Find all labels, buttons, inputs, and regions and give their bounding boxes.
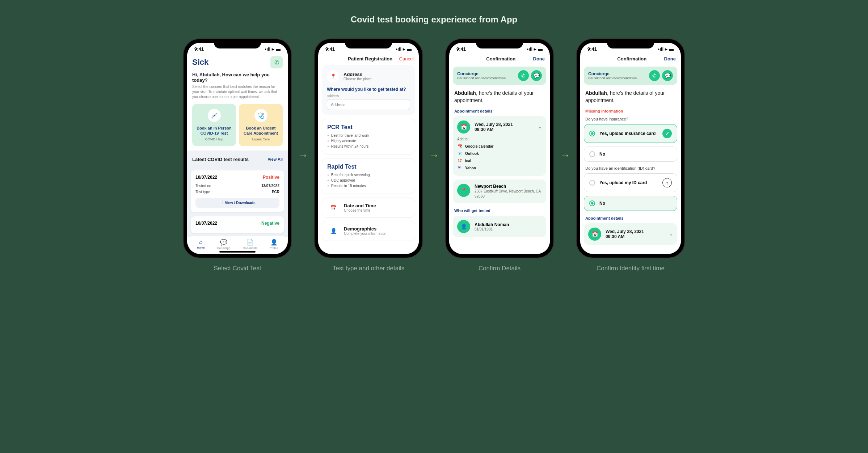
bottom-nav: ⌂Home 💬Concierge 📄Documents 👤Profile	[191, 236, 284, 251]
status-icons: •ıll▸▬	[396, 46, 412, 52]
id-no[interactable]: No	[584, 196, 677, 211]
results-title: Latest COVID test results	[192, 157, 249, 162]
concierge-call-button[interactable]: ✆	[518, 70, 529, 81]
appointment-card[interactable]: 📅 Wed, July 28, 202109:30 AM ⌄	[584, 223, 677, 245]
concierge-bar: ConciergeGet support and recommendation …	[453, 67, 546, 85]
app-logo: Sick	[192, 58, 208, 67]
loc-name: Newport Beach	[475, 184, 542, 189]
insurance-yes[interactable]: Yes, upload insurance card ✓	[584, 124, 677, 143]
pcr-title: PCR Test	[327, 124, 410, 131]
card-title: Book an In Person COVID-19 Test	[196, 126, 232, 136]
syringe-icon: 💉	[208, 109, 221, 122]
id-yes[interactable]: Yes, upload my ID card ↑	[584, 173, 677, 192]
concierge-title: Concierge	[457, 71, 506, 76]
nav-concierge[interactable]: 💬Concierge	[217, 239, 230, 250]
cal-ical[interactable]: 17ical	[457, 157, 542, 164]
result-date: 10/07/2022	[195, 221, 217, 226]
appointment-label: Appointment details	[580, 215, 681, 223]
notch	[214, 39, 261, 48]
caption-3: Confirm Details	[479, 265, 521, 272]
greeting-text: Hi, Abdullah, How can we help you today?	[187, 72, 288, 83]
location-card[interactable]: 📍 Newport Beach2507 Eastbluff Drive, New…	[453, 179, 546, 203]
call-button[interactable]: ✆	[270, 56, 283, 68]
missing-label: Missing information	[580, 107, 681, 116]
concierge-chat-button[interactable]: 💬	[662, 70, 673, 81]
phone-icon: ✆	[274, 59, 279, 66]
nav-profile[interactable]: 👤Profile	[270, 239, 278, 250]
outlook-icon: 📧	[457, 151, 462, 156]
screen-title: Confirmation	[600, 56, 664, 62]
address-field-label: Address	[327, 94, 410, 98]
pcr-bullet: Highly accurate	[327, 138, 410, 144]
arrow-icon: →	[298, 150, 308, 161]
phone-screen-3: 9:41 •ıll▸▬ Confirmation Done ConciergeG…	[449, 43, 550, 254]
results-header: Latest COVID test results View All	[187, 152, 288, 166]
concierge-chat-button[interactable]: 💬	[531, 70, 542, 81]
phone-4-wrap: 9:41 •ıll▸▬ Confirmation Done ConciergeG…	[577, 39, 684, 272]
phone-1-wrap: 9:41 •ıll ▸ ▬ Sick ✆ Hi, Abdullah, How c…	[184, 39, 291, 272]
cal-google[interactable]: 📆Google calendar	[457, 143, 542, 150]
stethoscope-icon: 🩺	[254, 109, 267, 122]
pcr-test-card[interactable]: PCR Test Best for travel and work Highly…	[322, 119, 415, 154]
appointment-card[interactable]: 📅 Wed, July 28, 202109:30 AM ⌄ Add to: 📆…	[453, 116, 546, 176]
card-title: Book an Urgent Care Appointment	[243, 126, 279, 136]
insurance-question: Do you have insurance?	[580, 116, 681, 124]
result-card-2[interactable]: 10/07/2022 Negative	[191, 216, 284, 233]
insurance-no[interactable]: No	[584, 147, 677, 162]
arrow-icon: →	[429, 150, 439, 161]
test-type-value: PCR	[272, 190, 279, 194]
done-button[interactable]: Done	[533, 56, 545, 62]
calendar-icon: 📅	[457, 120, 470, 134]
nav-documents[interactable]: 📄Documents	[243, 239, 257, 250]
status-time: 9:41	[194, 46, 204, 52]
location-icon: 📍	[457, 184, 470, 197]
address-sub: Choose the place	[344, 77, 372, 81]
status-time: 9:41	[587, 46, 597, 52]
cal-outlook[interactable]: 📧Outlook	[457, 150, 542, 157]
done-button[interactable]: Done	[664, 56, 676, 62]
phones-row: 9:41 •ıll ▸ ▬ Sick ✆ Hi, Abdullah, How c…	[22, 39, 846, 272]
caption-2: Test type and other details	[333, 265, 404, 272]
appointment-label: Appointment details	[449, 107, 550, 116]
phone-frame-3: 9:41 •ıll▸▬ Confirmation Done ConciergeG…	[446, 39, 553, 258]
page-title: Covid test booking experience from App	[22, 14, 846, 25]
tested-on-label: Tested on	[195, 184, 211, 188]
screen-3-content: ConciergeGet support and recommendation …	[449, 65, 550, 254]
nav-header: Confirmation Done	[580, 54, 681, 65]
phone-frame-1: 9:41 •ıll ▸ ▬ Sick ✆ Hi, Abdullah, How c…	[184, 39, 291, 258]
demographics-step[interactable]: 👤 DemographicsComplete your information	[322, 221, 415, 241]
appt-date: Wed, July 28, 2021	[606, 229, 644, 234]
notch	[476, 39, 523, 48]
phone-icon: ✆	[652, 73, 657, 79]
book-covid-test-card[interactable]: 💉 Book an In Person COVID-19 Test COVID …	[192, 104, 236, 146]
view-all-link[interactable]: View All	[267, 157, 283, 161]
cal-yahoo[interactable]: Y!Yahoo	[457, 164, 542, 172]
radio-on-icon	[589, 200, 595, 206]
address-input[interactable]	[327, 99, 410, 110]
datetime-step[interactable]: 📅 Date and TimeChoose the time	[322, 198, 415, 218]
phone-screen-1: 9:41 •ıll ▸ ▬ Sick ✆ Hi, Abdullah, How c…	[187, 43, 288, 254]
download-button[interactable]: 📄 View / Downloads	[195, 198, 279, 208]
screen-title: Confirmation	[469, 56, 533, 62]
detail-text: Abdullah, here's the details of your app…	[449, 88, 550, 107]
nav-home[interactable]: ⌂Home	[197, 239, 205, 250]
cancel-button[interactable]: Cancel	[399, 56, 414, 62]
location-icon: 📍	[327, 70, 339, 82]
loc-addr: 2507 Eastbluff Drive, Newport Beach, CA …	[475, 189, 542, 199]
result-card[interactable]: 10/07/2022 Positive Tested on13/07/2022 …	[191, 170, 284, 212]
book-urgent-care-card[interactable]: 🩺 Book an Urgent Care Appointment Urgent…	[239, 104, 283, 146]
who-label: Who will get tested	[449, 207, 550, 216]
rapid-bullet: Best for quick screening	[327, 172, 410, 178]
concierge-call-button[interactable]: ✆	[649, 70, 660, 81]
rapid-title: Rapid Test	[327, 164, 410, 170]
radio-on-icon	[589, 131, 595, 136]
rapid-test-card[interactable]: Rapid Test Best for quick screening CDC …	[322, 158, 415, 194]
person-card[interactable]: 👤 Abdullah Noman01/01/1901	[453, 216, 546, 237]
pcr-bullet: Best for travel and work	[327, 133, 410, 138]
chevron-down-icon: ⌄	[538, 124, 542, 130]
person-icon: 👤	[327, 225, 340, 237]
datetime-sub: Choose the time	[344, 208, 376, 212]
nav-header: Confirmation Done	[449, 54, 550, 65]
arrow-icon: →	[560, 150, 570, 161]
test-type-label: Test type	[195, 190, 210, 194]
